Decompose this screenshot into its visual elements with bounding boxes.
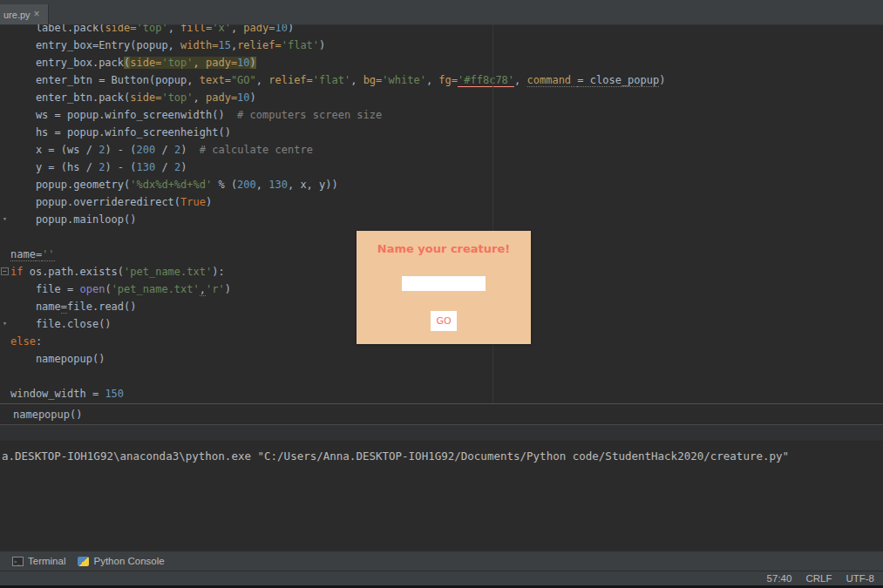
code-token: ) [250,57,256,69]
code-token: file = [10,283,79,295]
code-line[interactable]: popup.overrideredirect(True) [10,193,883,211]
code-token: side= [130,57,161,69]
code-line[interactable]: hs = popup.winfo_screenheight() [10,124,883,141]
code-line[interactable]: entry_box.pack(side='top', pady=10) [10,54,883,71]
code-line[interactable]: window_width = 150 [10,385,883,402]
code-token: 'flat' [313,74,350,86]
code-token: ): [212,266,224,278]
code-token: 15 [218,39,230,51]
tool-window-terminal[interactable]: Terminal [12,551,65,571]
code-token: ) [288,24,294,34]
code-token: pady= [206,57,237,69]
fold-marker-icon[interactable]: ▾ [1,215,9,223]
breadcrumb[interactable]: namepopup() [0,409,82,421]
code-token: , [256,74,268,86]
code-token: side= [105,24,136,34]
code-token: ) [225,283,231,295]
editor-tab-bar: ure.py × [0,0,883,25]
code-line[interactable]: y = (hs / 2) - (130 / 2) [10,159,883,176]
run-panel-splitter[interactable] [0,425,883,442]
code-line[interactable]: entry_box=Entry(popup, width=15,relief='… [10,37,883,54]
code-token: # computers screen size [237,109,382,121]
code-token: popup.mainloop() [10,213,137,226]
tool-window-bar: Terminal Python Console [0,551,883,571]
code-token: pady= [206,91,237,104]
code-token: 200 [137,144,156,156]
code-token: 10 [275,24,287,34]
code-token: file.read() [67,301,136,313]
code-token: bg= [363,74,383,86]
code-token: 130 [268,179,288,191]
code-token: , [231,24,243,34]
tab-creature-py[interactable]: ure.py × [0,4,49,24]
code-token: 10 [237,91,249,104]
code-token: else [10,335,36,348]
code-token: ) [659,74,665,86]
code-line[interactable]: enter_btn.pack(side='top', pady=10) [10,89,883,106]
code-token: '#ff8c78' [458,74,514,87]
code-token: hs = popup.winfo_screenheight() [10,126,231,139]
tab-close-icon[interactable]: × [34,10,40,19]
fold-marker-icon[interactable]: − [1,267,9,275]
fold-marker-icon[interactable]: ▾ [1,320,9,328]
tab-label: ure.py [3,10,31,20]
code-token: ) - ( [105,161,136,173]
code-token: enter_btn = Button(popup, [10,74,200,86]
code-token: popup.geometry( [10,179,130,191]
python-console-label: Python Console [93,556,164,566]
code-token: % ( [212,179,237,191]
code-token: , [200,283,206,296]
code-token: "GO" [231,74,256,86]
code-token: , [168,24,180,34]
code-token: 10 [237,57,249,69]
code-token: , x, y)) [288,179,338,191]
code-token: open [79,283,105,295]
code-token: True [180,196,206,208]
code-token [10,370,17,382]
code-token: 'top' [137,24,168,34]
code-token: , [350,74,363,86]
code-token: '%dx%d+%d+%d' [130,179,212,191]
ide-window: ure.py × ▾−▾ label.pack(side='top', fill… [0,0,883,588]
python-console-icon [78,557,89,566]
code-token: 130 [137,161,156,173]
code-token: enter_btn.pack( [10,91,130,104]
code-token: ) [180,144,200,156]
code-token: 'pet_name.txt' [112,283,200,295]
run-console[interactable]: a.DESKTOP-IOH1G92\anaconda3\python.exe "… [0,442,883,551]
code-token: 'x' [212,24,231,34]
code-editor[interactable]: ▾−▾ label.pack(side='top', fill='x', pad… [0,24,883,403]
code-token: ) [180,161,187,173]
status-bar: 57:40 CRLF UTF-8 [0,571,883,585]
file-encoding[interactable]: UTF-8 [846,573,874,584]
code-token: label.pack( [10,24,105,34]
code-token: entry_box.pack [10,57,124,69]
code-line[interactable]: ws = popup.winfo_screenwidth() # compute… [10,106,883,124]
code-line[interactable] [10,368,883,385]
code-token: width= [180,39,218,51]
code-line[interactable]: x = (ws / 2) - (200 / 2) # calculate cen… [10,141,883,159]
code-line[interactable]: popup.geometry('%dx%d+%d+%d' % (200, 130… [10,176,883,193]
code-token: pady= [243,24,275,34]
code-token: 'r' [206,283,225,295]
name-entry-input[interactable] [402,276,486,291]
code-token: if [10,266,23,278]
code-line[interactable]: enter_btn = Button(popup, text="GO", rel… [10,71,883,89]
code-line[interactable]: namepopup() [10,350,883,368]
code-line[interactable]: label.pack(side='top', fill='x', pady=10… [10,24,883,37]
popup-title: Name your creature! [357,242,531,255]
code-token: 150 [105,388,124,400]
line-separator[interactable]: CRLF [805,573,832,584]
code-token: 'flat' [282,39,319,51]
code-token: relief= [237,39,282,51]
code-token: ) [250,91,256,104]
caret-position[interactable]: 57:40 [767,573,792,584]
go-button[interactable]: GO [431,311,457,331]
code-token: : [36,335,42,348]
code-line[interactable]: popup.mainloop() [10,211,883,228]
code-token: name [10,301,61,313]
tool-window-python-console[interactable]: Python Console [78,551,164,571]
code-token: ws = popup.winfo_screenwidth() [10,109,237,121]
code-token: 'white' [382,74,426,86]
code-lines: label.pack(side='top', fill='x', pady=10… [10,24,883,402]
